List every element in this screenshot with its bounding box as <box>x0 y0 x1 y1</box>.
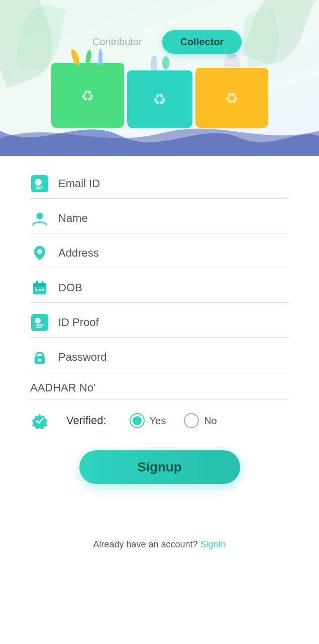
svg-rect-7 <box>224 57 240 67</box>
footer-text: Already have an account? <box>93 539 197 549</box>
svg-rect-5 <box>152 56 156 59</box>
aadhar-field-row <box>30 374 289 400</box>
email-icon <box>30 174 49 193</box>
name-field-row <box>30 201 289 233</box>
radio-no[interactable]: No <box>184 413 217 428</box>
header-illustration: Contributor Collector ♻ ♻ <box>0 0 319 156</box>
password-input[interactable] <box>58 351 289 364</box>
radio-no-label: No <box>204 415 217 427</box>
idproof-icon <box>30 313 49 332</box>
email-field-row <box>30 166 289 199</box>
tab-collector[interactable]: Collector <box>162 30 242 54</box>
svg-rect-16 <box>33 283 46 287</box>
tab-row: Contributor Collector <box>0 30 319 54</box>
svg-rect-23 <box>35 318 41 324</box>
calendar-icon <box>30 278 49 297</box>
lock-icon <box>30 348 49 367</box>
svg-rect-21 <box>42 289 44 291</box>
name-input[interactable] <box>58 212 289 225</box>
dob-field-row <box>30 270 289 303</box>
radio-yes-label: Yes <box>150 415 166 427</box>
radio-no-circle <box>184 413 199 428</box>
svg-rect-17 <box>36 281 38 285</box>
footer: Already have an account? SignIn <box>0 509 319 565</box>
dob-input[interactable] <box>58 281 289 294</box>
location-icon <box>30 244 49 263</box>
verified-label: Verified: <box>66 414 107 427</box>
idproof-field-row <box>30 305 289 338</box>
svg-point-13 <box>36 213 43 219</box>
aadhar-input[interactable] <box>30 381 289 394</box>
svg-point-6 <box>162 56 169 69</box>
svg-point-27 <box>38 359 41 362</box>
idproof-input[interactable] <box>58 316 289 329</box>
address-field-row <box>30 235 289 268</box>
recycle-icon: ♻ <box>225 90 239 107</box>
svg-rect-12 <box>36 188 41 189</box>
wave-ribbon <box>0 111 319 156</box>
svg-rect-25 <box>36 327 41 328</box>
address-input[interactable] <box>58 247 289 260</box>
form-area: Verified: Yes No Signup <box>0 156 319 509</box>
recycle-icon: ♻ <box>81 87 94 105</box>
svg-rect-4 <box>151 58 157 70</box>
verified-icon <box>30 411 49 430</box>
signin-link[interactable]: SignIn <box>200 539 226 549</box>
password-field-row <box>30 340 289 372</box>
tab-contributor[interactable]: Contributor <box>77 31 157 53</box>
radio-yes[interactable]: Yes <box>130 413 166 428</box>
recycle-icon: ♻ <box>153 91 166 108</box>
svg-rect-18 <box>42 281 44 285</box>
person-icon <box>30 209 49 228</box>
signup-button[interactable]: Signup <box>79 450 240 484</box>
svg-rect-10 <box>35 179 42 186</box>
svg-rect-20 <box>39 289 41 291</box>
verified-row: Verified: Yes No <box>30 402 289 435</box>
svg-rect-24 <box>36 325 43 326</box>
svg-rect-11 <box>36 187 43 188</box>
email-input[interactable] <box>58 177 289 190</box>
svg-point-14 <box>37 249 42 254</box>
svg-rect-8 <box>227 54 237 58</box>
svg-rect-19 <box>36 289 38 291</box>
radio-yes-circle <box>130 413 145 428</box>
